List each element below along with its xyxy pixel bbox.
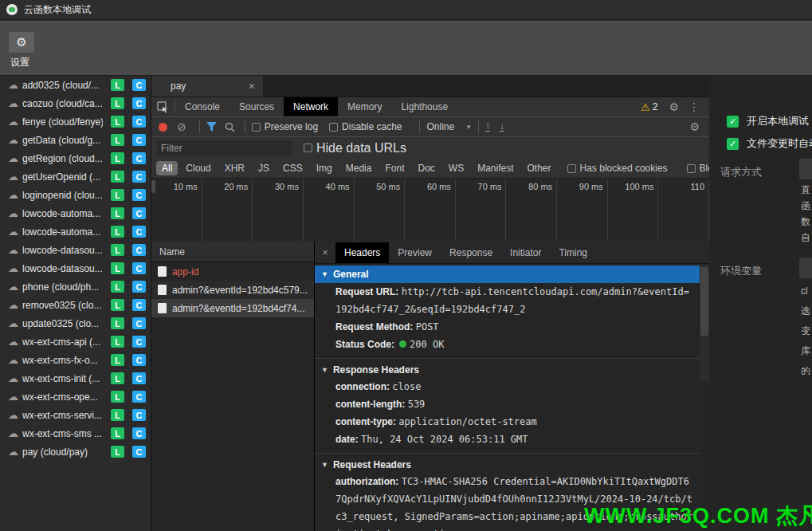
local-badge[interactable]: L	[111, 409, 124, 421]
request-row-app-id[interactable]: app-id	[151, 262, 314, 281]
enable-local-debug-checkbox[interactable]: ✓ 开启本地调试	[727, 114, 809, 128]
sidebar-item-remove0325[interactable]: ☁remove0325 (clo...LC	[0, 296, 151, 314]
close-details-icon[interactable]: ×	[315, 246, 335, 258]
response-headers-section-header[interactable]: ▼ Response Headers	[315, 359, 700, 378]
filter-input[interactable]	[157, 140, 292, 155]
import-har-icon[interactable]: ↑	[485, 122, 490, 132]
devtools-settings-gear-icon[interactable]: ⚙	[669, 100, 679, 113]
cloud-badge[interactable]: C	[132, 152, 146, 164]
local-badge[interactable]: L	[111, 79, 124, 91]
env-vars-input[interactable]	[799, 258, 812, 278]
local-badge[interactable]: L	[111, 152, 124, 164]
type-filter-media[interactable]: Media	[340, 161, 378, 175]
type-filter-js[interactable]: JS	[253, 161, 275, 175]
request-method-select[interactable]	[799, 159, 812, 179]
type-filter-ws[interactable]: WS	[443, 161, 469, 175]
sidebar-item-getuseropenid[interactable]: ☁getUserOpenid (...LC	[0, 167, 151, 186]
local-badge[interactable]: L	[111, 317, 124, 329]
sidebar-item-add0325[interactable]: ☁add0325 (cloud/...LC	[0, 76, 151, 94]
inspect-element-icon[interactable]	[151, 100, 175, 113]
cloud-badge[interactable]: C	[132, 97, 146, 109]
request-row-admin-1[interactable]: admin?&eventId=192bd4c579...	[151, 281, 314, 299]
tab-response[interactable]: Response	[441, 242, 501, 263]
local-badge[interactable]: L	[111, 354, 124, 366]
cloud-badge[interactable]: C	[132, 391, 146, 403]
type-filter-css[interactable]: CSS	[277, 161, 308, 175]
devtools-tab-pay[interactable]: pay ×	[151, 76, 263, 96]
tab-sources[interactable]: Sources	[229, 97, 284, 116]
auto-restart-on-change-checkbox[interactable]: ✓ 文件变更时自动	[727, 136, 812, 151]
sidebar-item-pay[interactable]: ☁pay (cloud/pay)LC	[0, 442, 151, 461]
cloud-badge[interactable]: C	[132, 244, 146, 256]
local-badge[interactable]: L	[111, 262, 124, 274]
search-icon[interactable]	[225, 122, 235, 132]
type-filter-cloud[interactable]: Cloud	[180, 161, 216, 175]
general-section-header[interactable]: ▼ General	[315, 266, 700, 283]
type-filter-img[interactable]: Img	[311, 161, 338, 175]
local-badge[interactable]: L	[111, 391, 124, 403]
sidebar-item-update0325[interactable]: ☁update0325 (clo...LC	[0, 314, 151, 332]
sidebar-item-wx-ext-cms-servi[interactable]: ☁wx-ext-cms-servi...LC	[0, 406, 151, 424]
cloud-badge[interactable]: C	[132, 171, 146, 183]
request-headers-section-header[interactable]: ▼ Request Headers	[315, 454, 700, 473]
tab-preview[interactable]: Preview	[389, 242, 441, 263]
cloud-badge[interactable]: C	[132, 116, 146, 128]
cloud-badge[interactable]: C	[132, 262, 146, 274]
tab-initiator[interactable]: Initiator	[501, 242, 550, 263]
type-filter-manifest[interactable]: Manifest	[472, 161, 519, 175]
sidebar-item-lowcode-automa-2[interactable]: ☁lowcode-automa...LC	[0, 222, 151, 241]
preserve-log-checkbox[interactable]: Preserve log	[252, 121, 318, 132]
cloud-badge[interactable]: C	[132, 336, 146, 348]
throttling-dropdown[interactable]: Online ▼	[426, 121, 472, 132]
request-row-admin-2[interactable]: admin?&eventId=192bd4cf74...	[151, 299, 314, 317]
tab-timing[interactable]: Timing	[550, 242, 596, 263]
tab-memory[interactable]: Memory	[338, 97, 391, 116]
type-filter-font[interactable]: Font	[379, 161, 410, 175]
local-badge[interactable]: L	[111, 189, 124, 201]
cloud-badge[interactable]: C	[132, 372, 146, 384]
cloud-badge[interactable]: C	[132, 317, 146, 329]
clear-network-log-icon[interactable]: ⊘	[177, 120, 186, 133]
details-scrollbar-thumb[interactable]	[700, 267, 708, 336]
sidebar-item-phone[interactable]: ☁phone (cloud/ph...LC	[0, 277, 151, 296]
hide-data-urls-checkbox[interactable]: Hide data URLs	[304, 141, 406, 155]
timeline-resize-handle[interactable]	[151, 180, 155, 193]
local-badge[interactable]: L	[111, 97, 124, 109]
local-badge[interactable]: L	[111, 427, 124, 439]
cloud-badge[interactable]: C	[132, 79, 146, 91]
local-badge[interactable]: L	[111, 244, 124, 256]
local-badge[interactable]: L	[111, 281, 124, 293]
tab-lighthouse[interactable]: Lighthouse	[391, 97, 457, 116]
cloud-badge[interactable]: C	[132, 446, 146, 458]
local-badge[interactable]: L	[111, 171, 124, 183]
sidebar-item-wx-ext-cms-ope[interactable]: ☁wx-ext-cms-ope...LC	[0, 387, 151, 406]
sidebar-item-wx-ext-cms-api[interactable]: ☁wx-ext-cms-api (...LC	[0, 332, 151, 351]
tab-headers[interactable]: Headers	[335, 242, 389, 263]
disable-cache-checkbox[interactable]: Disable cache	[329, 121, 402, 132]
network-settings-gear-icon[interactable]: ⚙	[689, 120, 700, 133]
local-badge[interactable]: L	[111, 207, 124, 219]
local-badge[interactable]: L	[111, 134, 124, 146]
sidebar-item-loginopenid[interactable]: ☁loginopenid (clou...LC	[0, 186, 151, 204]
cloud-badge[interactable]: C	[132, 354, 146, 366]
local-badge[interactable]: L	[111, 226, 124, 238]
local-badge[interactable]: L	[111, 446, 124, 458]
cloud-badge[interactable]: C	[132, 427, 146, 439]
record-network-log-button[interactable]	[159, 123, 167, 132]
cloud-badge[interactable]: C	[132, 189, 146, 201]
cloud-badge[interactable]: C	[132, 226, 146, 238]
sidebar-item-wx-ext-cms-fx-o[interactable]: ☁wx-ext-cms-fx-o...LC	[0, 351, 151, 369]
settings-button[interactable]: ⚙	[9, 32, 34, 53]
tab-console[interactable]: Console	[175, 97, 229, 116]
sidebar-item-wx-ext-cms-init[interactable]: ☁wx-ext-cms-init (...LC	[0, 369, 151, 387]
sidebar-item-wx-ext-cms-sms[interactable]: ☁wx-ext-cms-sms ...LC	[0, 424, 151, 442]
type-filter-all[interactable]: All	[156, 161, 178, 175]
type-filter-other[interactable]: Other	[522, 161, 557, 175]
type-filter-xhr[interactable]: XHR	[219, 161, 250, 175]
type-filter-doc[interactable]: Doc	[412, 161, 440, 175]
sidebar-item-lowcode-datasou-1[interactable]: ☁lowcode-datasou...LC	[0, 241, 151, 259]
local-badge[interactable]: L	[111, 116, 124, 128]
has-blocked-cookies-checkbox[interactable]: Has blocked cookies	[567, 163, 668, 174]
sidebar-item-getregion[interactable]: ☁getRegion (cloud...LC	[0, 149, 151, 167]
devtools-menu-kebab-icon[interactable]: ⋮	[688, 100, 700, 113]
